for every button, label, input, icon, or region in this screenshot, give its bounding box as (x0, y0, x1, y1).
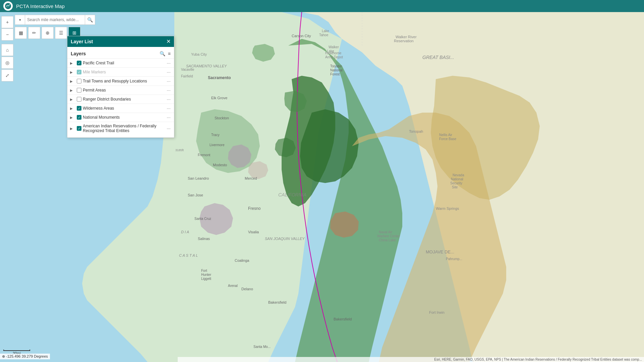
coordinates-display: ⊕ -125.496 39.279 Degrees (0, 354, 50, 359)
edit-widget-button[interactable]: ✏ (28, 27, 40, 39)
layer-expand-icon: ▶ (70, 98, 75, 101)
svg-text:Site: Site (452, 185, 458, 189)
svg-text:Fremont: Fremont (198, 153, 210, 157)
layer-item-mile-markers[interactable]: ▶✓Mile Markers··· (67, 67, 174, 76)
zoom-out-button[interactable]: − (1, 28, 13, 41)
svg-text:Security: Security (450, 181, 462, 185)
compass-widget-button[interactable]: ⊕ (42, 27, 54, 39)
svg-text:Fairfield: Fairfield (181, 74, 193, 78)
app-title: PCTA Interactive Map (16, 3, 65, 9)
layer-item-trail-towns[interactable]: ▶Trail Towns and Resupply Locations··· (67, 76, 174, 85)
layer-label-national-monuments: National Monuments (83, 115, 165, 120)
svg-text:CALIFORNIA: CALIFORNIA (278, 192, 306, 197)
layer-checkbox-tribal-entities[interactable]: ✓ (77, 126, 81, 131)
layer-more-button-trail-towns[interactable]: ··· (166, 78, 171, 84)
layer-more-button-ranger-district[interactable]: ··· (166, 97, 171, 102)
layer-checkbox-permit-areas[interactable] (77, 88, 81, 93)
svg-text:MOJAVE DE...: MOJAVE DE... (426, 249, 454, 254)
layers-search-button[interactable]: 🔍 (160, 51, 165, 56)
layer-expand-icon: ▶ (70, 116, 75, 119)
expand-button[interactable]: ⤢ (1, 69, 13, 81)
svg-text:Lake: Lake (322, 29, 329, 33)
layer-item-pacific-crest-trail[interactable]: ▶✓Pacific Crest Trail··· (67, 58, 174, 67)
svg-text:Yuba City: Yuba City (191, 52, 207, 56)
layer-checkbox-mile-markers[interactable]: ✓ (77, 70, 81, 74)
svg-text:Vacaville: Vacaville (181, 68, 194, 71)
scale-line (3, 350, 30, 351)
svg-text:Modesto: Modesto (213, 163, 227, 167)
svg-text:Salinas: Salinas (198, 237, 210, 241)
zoom-in-button[interactable]: + (1, 16, 13, 28)
layer-label-mile-markers: Mile Markers (83, 70, 165, 74)
layer-expand-icon: ▶ (70, 61, 75, 65)
layer-panel-body: Layers 🔍 ≡ ▶✓Pacific Crest Trail···▶✓Mil… (67, 47, 174, 137)
svg-text:Toiyabe: Toiyabe (330, 64, 342, 68)
layer-more-button-mile-markers[interactable]: ··· (166, 69, 171, 75)
layer-more-button-permit-areas[interactable]: ··· (166, 87, 171, 93)
svg-text:Sacramento: Sacramento (208, 75, 231, 80)
search-bar: ▾ 🔍 (15, 15, 95, 25)
svg-text:Force Base: Force Base (439, 137, 457, 141)
svg-text:Fresno: Fresno (248, 206, 261, 211)
layer-item-ranger-district[interactable]: ▶Ranger District Boundaries··· (67, 95, 174, 104)
search-input[interactable] (25, 15, 85, 25)
svg-text:Visalia: Visalia (248, 230, 259, 234)
locate-button[interactable]: ◎ (1, 57, 13, 69)
svg-text:Warm Springs: Warm Springs (436, 206, 459, 210)
layer-checkbox-pacific-crest-trail[interactable]: ✓ (77, 61, 81, 65)
layer-expand-icon: ▶ (70, 88, 75, 92)
layer-checkbox-trail-towns[interactable] (77, 79, 81, 83)
svg-text:Army Depot: Army Depot (325, 55, 343, 59)
layers-section-title: Layers (71, 51, 86, 56)
search-dropdown-button[interactable]: ▾ (15, 15, 25, 25)
svg-text:Fort: Fort (201, 269, 207, 273)
layer-checkbox-ranger-district[interactable] (77, 97, 81, 102)
list-widget-button[interactable]: ☰ (55, 27, 67, 39)
svg-text:Nellis Air: Nellis Air (439, 133, 453, 137)
svg-text:Pahrump...: Pahrump... (446, 257, 462, 261)
svg-text:3185ft: 3185ft (175, 148, 184, 152)
layer-checkbox-wilderness-areas[interactable]: ✓ (77, 106, 81, 111)
layer-more-button-tribal-entities[interactable]: ··· (166, 126, 171, 131)
layer-item-tribal-entities[interactable]: ▶✓American Indian Reservations / Federal… (67, 122, 174, 135)
layer-items-list: ▶✓Pacific Crest Trail···▶✓Mile Markers··… (67, 58, 174, 135)
svg-text:Bakersfield: Bakersfield (334, 317, 352, 321)
layer-more-button-national-monuments[interactable]: ··· (166, 115, 171, 120)
layer-item-national-monuments[interactable]: ▶✓National Monuments··· (67, 113, 174, 122)
map-toolbar: + − ⌂ ◎ ⤢ (0, 15, 15, 81)
svg-text:Delano: Delano (241, 287, 253, 291)
svg-text:Lake: Lake (327, 49, 334, 53)
layer-more-button-pacific-crest-trail[interactable]: ··· (166, 60, 171, 66)
svg-text:Arenal: Arenal (228, 284, 238, 288)
svg-text:Warfare Center: Warfare Center (377, 234, 400, 238)
svg-text:Bakersfield: Bakersfield (268, 300, 286, 304)
layer-checkbox-national-monuments[interactable]: ✓ (77, 115, 81, 120)
layer-label-pacific-crest-trail: Pacific Crest Trail (83, 61, 165, 65)
svg-text:San Jose: San Jose (188, 193, 203, 197)
layer-label-permit-areas: Permit Areas (83, 88, 165, 93)
layer-panel-close-button[interactable]: ✕ (166, 39, 171, 44)
layer-item-wilderness-areas[interactable]: ▶✓Wilderness Areas··· (67, 104, 174, 113)
layer-list-panel: Layer List ✕ Layers 🔍 ≡ ▶✓Pacific Crest … (67, 36, 174, 138)
layer-more-button-wilderness-areas[interactable]: ··· (166, 106, 171, 111)
svg-text:Santa Cruz: Santa Cruz (194, 217, 211, 221)
layer-panel-header: Layer List ✕ (67, 36, 174, 47)
home-button[interactable]: ⌂ (1, 44, 13, 56)
svg-text:Reservation: Reservation (394, 39, 414, 43)
svg-text:Nevada: Nevada (453, 173, 464, 177)
svg-text:Fort Irwin: Fort Irwin (429, 310, 445, 314)
svg-text:Walker: Walker (329, 45, 339, 49)
svg-text:Santa Mo...: Santa Mo... (253, 345, 271, 349)
svg-text:San Leandro: San Leandro (188, 176, 209, 180)
svg-text:Livermore: Livermore (210, 143, 225, 147)
svg-text:D I A: D I A (181, 230, 189, 234)
layer-item-permit-areas[interactable]: ▶Permit Areas··· (67, 85, 174, 95)
layers-filter-button[interactable]: ≡ (168, 51, 171, 56)
svg-text:National: National (451, 177, 463, 181)
svg-text:Merced: Merced (245, 176, 257, 180)
svg-text:China Lake: China Lake (379, 238, 396, 242)
search-submit-button[interactable]: 🔍 (85, 15, 95, 25)
svg-text:Forest: Forest (330, 72, 340, 76)
svg-text:Liggett: Liggett (201, 277, 211, 281)
grid-widget-button[interactable]: ▦ (15, 27, 27, 39)
